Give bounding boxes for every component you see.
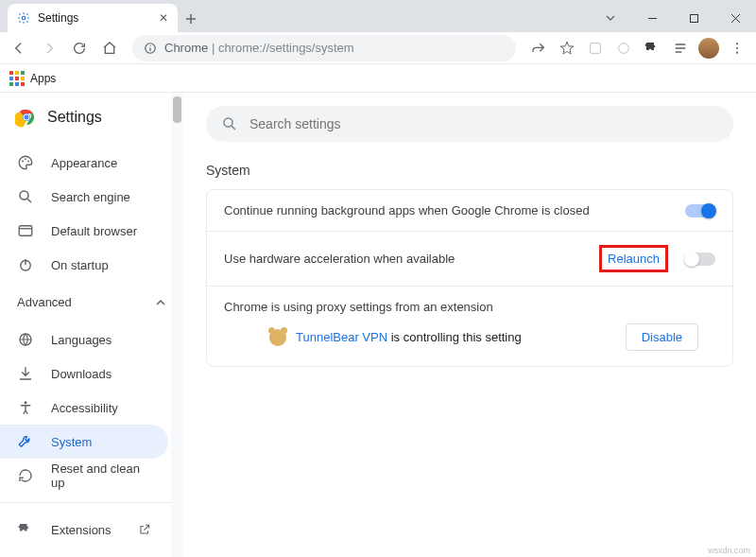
svg-point-11 <box>22 161 24 163</box>
extension-controlling-text: TunnelBear VPN is controlling this setti… <box>296 330 522 344</box>
watermark: wsxdn.com <box>708 546 750 555</box>
svg-point-13 <box>27 161 29 163</box>
home-button[interactable] <box>96 35 123 61</box>
sidebar-item-label: Search engine <box>51 190 130 204</box>
window-controls <box>590 4 756 32</box>
tab-title: Settings <box>38 11 151 25</box>
row-hardware-acceleration: Use hardware acceleration when available… <box>207 231 732 286</box>
search-input[interactable] <box>249 116 718 131</box>
sidebar-item-reset[interactable]: Reset and clean up <box>0 459 168 493</box>
svg-point-21 <box>224 118 232 127</box>
minimize-button[interactable] <box>631 4 673 32</box>
window-titlebar: Settings ✕ <box>0 0 756 32</box>
sidebar-item-label: On startup <box>51 258 109 272</box>
svg-point-4 <box>619 43 629 53</box>
svg-point-5 <box>736 43 738 44</box>
sidebar-item-label: Extensions <box>51 523 112 537</box>
row-background-apps: Continue running background apps when Go… <box>207 190 732 231</box>
sidebar-item-extensions[interactable]: Extensions <box>0 513 168 547</box>
puzzle-icon[interactable] <box>639 35 665 61</box>
profile-avatar[interactable] <box>696 35 722 61</box>
sidebar-item-on-startup[interactable]: On startup <box>0 248 168 282</box>
chrome-logo-icon <box>15 106 38 129</box>
menu-button[interactable] <box>724 35 750 61</box>
back-button[interactable] <box>6 35 32 61</box>
sidebar-item-accessibility[interactable]: Accessibility <box>0 391 168 425</box>
advanced-label: Advanced <box>17 295 72 309</box>
svg-point-6 <box>736 46 738 48</box>
bookmark-icon[interactable] <box>554 35 580 61</box>
address-bar[interactable]: Chrome | chrome://settings/system <box>132 35 516 61</box>
svg-point-14 <box>20 191 28 200</box>
sidebar-section-advanced[interactable]: Advanced <box>0 286 183 319</box>
sidebar-item-search-engine[interactable]: Search engine <box>0 180 168 214</box>
svg-rect-3 <box>591 43 601 53</box>
reload-button[interactable] <box>66 35 93 61</box>
svg-point-7 <box>736 51 738 53</box>
sidebar-item-appearance[interactable]: Appearance <box>0 146 168 180</box>
external-link-icon <box>138 523 151 536</box>
chevron-up-icon <box>155 297 166 308</box>
puzzle-icon <box>17 521 34 538</box>
relaunch-highlight: Relaunch <box>599 245 668 272</box>
sidebar-item-label: Reset and clean up <box>51 461 151 490</box>
tunnelbear-icon <box>269 329 286 346</box>
toggle-background-apps[interactable] <box>685 204 715 218</box>
sidebar-item-about[interactable]: About Chrome <box>0 547 168 557</box>
section-title: System <box>206 163 733 178</box>
sidebar-item-default-browser[interactable]: Default browser <box>0 214 168 248</box>
apps-label[interactable]: Apps <box>30 72 56 85</box>
chevron-down-icon[interactable] <box>590 4 631 32</box>
row-proxy: Chrome is using proxy settings from an e… <box>207 286 732 366</box>
row-label: Chrome is using proxy settings from an e… <box>224 300 715 314</box>
browser-tab[interactable]: Settings ✕ <box>8 4 178 32</box>
forward-button[interactable] <box>36 35 62 61</box>
bookmarks-bar: Apps <box>0 64 756 93</box>
search-icon <box>221 115 238 132</box>
sidebar-scrollbar[interactable] <box>171 93 183 557</box>
sidebar-item-label: Appearance <box>51 156 117 170</box>
sidebar-item-label: Languages <box>51 333 112 347</box>
sidebar-item-label: Default browser <box>51 224 137 238</box>
extension-icon[interactable] <box>582 35 609 61</box>
wrench-icon <box>17 433 34 450</box>
sidebar-item-label: Downloads <box>51 367 112 381</box>
plus-icon <box>185 13 197 25</box>
download-icon <box>17 365 34 382</box>
sidebar-item-system[interactable]: System <box>0 425 168 459</box>
browser-toolbar: Chrome | chrome://settings/system <box>0 32 756 64</box>
settings-main: System Continue running background apps … <box>183 93 756 557</box>
apps-icon[interactable] <box>9 71 25 86</box>
accessibility-icon <box>17 399 34 416</box>
extension-icon[interactable] <box>610 35 637 61</box>
row-label: Continue running background apps when Go… <box>224 203 685 218</box>
share-icon[interactable] <box>525 35 552 61</box>
gear-icon <box>17 11 30 25</box>
page-title: Settings <box>47 109 102 126</box>
globe-icon <box>17 331 34 348</box>
disable-button[interactable]: Disable <box>626 323 698 351</box>
svg-point-18 <box>25 401 27 404</box>
palette-icon <box>17 154 34 171</box>
site-info-icon <box>144 42 157 55</box>
system-card: Continue running background apps when Go… <box>206 189 733 367</box>
row-label: Use hardware acceleration when available <box>224 252 599 266</box>
close-icon[interactable]: ✕ <box>159 11 168 25</box>
svg-rect-15 <box>19 226 32 236</box>
sidebar-item-languages[interactable]: Languages <box>0 322 168 357</box>
sidebar-item-downloads[interactable]: Downloads <box>0 357 168 391</box>
settings-header: Settings <box>0 93 183 142</box>
toggle-hardware-acceleration[interactable] <box>685 252 715 266</box>
settings-search[interactable] <box>206 106 733 142</box>
maximize-button[interactable] <box>673 4 714 32</box>
extension-link[interactable]: TunnelBear VPN <box>296 330 387 344</box>
svg-point-0 <box>22 16 26 20</box>
new-tab-button[interactable] <box>178 6 204 32</box>
reading-list-icon[interactable] <box>667 35 694 61</box>
close-window-button[interactable] <box>714 4 756 32</box>
browser-icon <box>17 222 34 239</box>
relaunch-button[interactable]: Relaunch <box>608 252 660 266</box>
svg-point-12 <box>25 158 26 160</box>
power-icon <box>17 256 34 273</box>
omnibox-text: Chrome | chrome://settings/system <box>164 41 354 55</box>
